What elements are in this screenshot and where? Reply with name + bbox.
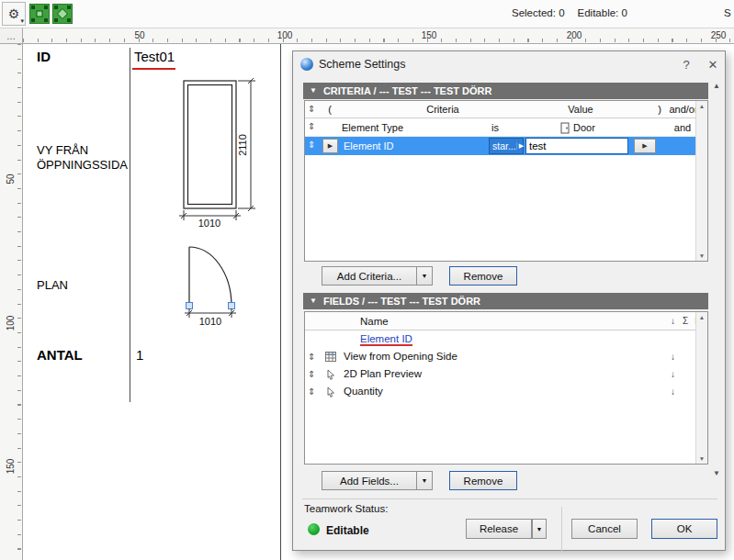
dropdown-icon: ▼ [422, 273, 428, 279]
release-label: Release [480, 523, 518, 534]
field-row-view-from-opening-side[interactable]: ⇕ View from Opening Side ↓ [305, 349, 695, 366]
criteria-row-element-type[interactable]: ⇕ Element Type is Door and [305, 118, 695, 137]
criteria-value-input[interactable] [525, 138, 628, 154]
fields-list: Name ↓ Σ ⚑ Element ID ⇕ View from O [304, 311, 708, 465]
add-criteria-dropdown-button[interactable]: ▼ [416, 266, 433, 286]
criteria-value[interactable]: Door [573, 122, 595, 133]
sum-icon[interactable]: Σ [683, 316, 688, 326]
add-fields-button[interactable]: Add Fields... [322, 471, 417, 490]
settings-menu-button[interactable]: ⚙ ▾ [2, 2, 26, 26]
v-ruler-tick-label: 50 [6, 174, 16, 184]
plan-width-dim-text: 1010 [199, 316, 221, 327]
vertical-ruler[interactable]: 50 100 150 [0, 44, 23, 560]
field-name: Quantity [344, 386, 383, 397]
drag-handle-icon: ⇕ [308, 369, 315, 379]
dropdown-icon: ▼ [536, 526, 543, 532]
dialog-scroll-up[interactable]: ▲ [709, 79, 724, 92]
schedule-drawing: 2110 1010 [23, 44, 293, 560]
criteria-operator[interactable]: is [491, 122, 499, 133]
editable-count: Editable: 0 [578, 7, 627, 18]
ok-label: OK [677, 523, 693, 534]
field-name-editing[interactable]: Element ID [360, 333, 412, 346]
criteria-scrollbar[interactable]: ▲ ▼ [695, 101, 707, 261]
v-ruler-tick-label: 100 [6, 316, 16, 331]
expand-right-icon: ▶ [516, 142, 525, 150]
fields-section-header[interactable]: ▼ FIELDS / --- TEST --- TEST DÖRR [303, 293, 708, 309]
criteria-section-title: CRITERIA / --- TEST --- TEST DÖRR [323, 85, 492, 96]
field-name: View from Opening Side [344, 351, 457, 362]
expand-right-icon: ▶ [328, 142, 333, 150]
scroll-up-icon: ▲ [713, 82, 720, 90]
h-ruler-tick-label: 50 [134, 30, 144, 40]
plan-handle-right [229, 303, 235, 309]
criteria-section-header[interactable]: ▼ CRITERIA / --- TEST --- TEST DÖRR [303, 83, 708, 99]
fields-list-header: Name ↓ Σ ⚑ [305, 312, 695, 330]
quantity-row-value[interactable]: 1 [136, 347, 143, 363]
add-criteria-label: Add Criteria... [337, 271, 401, 282]
field-row-quantity[interactable]: ⇕ Quantity ↓ [305, 384, 695, 401]
scheme-settings-icon [300, 58, 313, 71]
criteria-andor[interactable]: and [669, 122, 696, 133]
dialog-titlebar[interactable]: Scheme Settings ? ✕ [293, 51, 725, 77]
dialog-title: Scheme Settings [319, 58, 406, 71]
remove-fields-button[interactable]: Remove [449, 471, 517, 490]
remove-criteria-button[interactable]: Remove [449, 266, 517, 286]
criteria-operator-dropdown[interactable]: star... ▶ [489, 138, 524, 154]
sort-down-icon[interactable]: ↓ [671, 386, 675, 397]
teamwork-status-value: Editable [326, 524, 369, 537]
sort-down-icon[interactable]: ↓ [671, 369, 675, 379]
cancel-button[interactable]: Cancel [571, 519, 638, 539]
gear-icon: ⚙ [8, 7, 20, 20]
schedule-id-label: ID [37, 49, 51, 64]
fields-section-title: FIELDS / --- TEST --- TEST DÖRR [323, 296, 480, 307]
drag-handle-icon: ⇕ [308, 140, 315, 150]
fields-scrollbar[interactable]: ▲ ▼ [695, 312, 707, 464]
door-plan-drawing [189, 247, 231, 306]
add-criteria-button[interactable]: Add Criteria... [322, 266, 417, 286]
help-button[interactable]: ? [678, 57, 694, 73]
field-row-2d-plan-preview[interactable]: ⇕ 2D Plan Preview ↓ [305, 366, 695, 384]
add-fields-label: Add Fields... [340, 476, 399, 487]
dialog-scroll-down[interactable]: ▼ [709, 466, 724, 479]
scheme-settings-dialog: Scheme Settings ? ✕ ▲ ▼ ▼ CRITERIA / ---… [292, 50, 726, 551]
ok-button[interactable]: OK [651, 519, 717, 539]
dropdown-icon: ▼ [422, 477, 428, 484]
criteria-row-element-id[interactable]: ⇕ ▶ Element ID star... ▶ ▶ [305, 137, 695, 155]
toolbar-green-button-1[interactable] [28, 3, 51, 25]
h-ruler-tick-label: 200 [567, 30, 582, 40]
toolbar-green-button-2[interactable] [51, 3, 73, 25]
schedule-id-value[interactable]: Test01 [134, 49, 175, 64]
remove-criteria-label: Remove [464, 271, 503, 282]
scroll-up-icon: ▲ [699, 103, 705, 109]
top-toolbar: ⚙ ▾ Selected: 0 [0, 0, 734, 28]
h-ruler-tick-label: 150 [422, 30, 437, 40]
spellcheck-underline [132, 68, 175, 70]
operator-text: star... [490, 140, 516, 151]
sort-down-icon[interactable]: ↓ [671, 352, 675, 362]
button-group-divider [561, 507, 562, 552]
release-dropdown-button[interactable]: ▼ [532, 519, 547, 539]
selection-diamond-icon [52, 4, 73, 24]
cursor-icon [326, 369, 335, 380]
criteria-table: ⇕ ( Criteria Value ) and/or ⇕ Element Ty… [304, 100, 708, 262]
door-icon [560, 122, 570, 134]
plan-handle-left [186, 303, 193, 309]
add-fields-dropdown-button[interactable]: ▼ [416, 471, 433, 490]
ruler-corner-button[interactable]: … [0, 28, 23, 44]
criteria-expand-button[interactable]: ▶ [322, 139, 338, 153]
release-button[interactable]: Release [466, 519, 532, 539]
sort-down-icon[interactable]: ↓ [671, 316, 675, 326]
field-row-element-id[interactable]: Element ID [305, 331, 695, 349]
col-criteria: Criteria [388, 104, 498, 115]
criteria-table-header: ⇕ ( Criteria Value ) and/or [305, 101, 695, 118]
collapse-icon: ▼ [310, 297, 317, 305]
criteria-value-picker-button[interactable]: ▶ [634, 139, 656, 153]
col-value: Value [535, 104, 627, 115]
quantity-row-label: ANTAL [37, 347, 83, 363]
selection-status: Selected: 0 Editable: 0 [512, 7, 627, 18]
close-button[interactable]: ✕ [705, 57, 721, 73]
door-elevation-drawing [184, 81, 236, 208]
drag-handle-icon: ⇕ [308, 386, 315, 397]
horizontal-ruler[interactable]: 50 100 150 200 250 [23, 28, 734, 44]
scroll-down-icon: ▼ [699, 455, 705, 462]
